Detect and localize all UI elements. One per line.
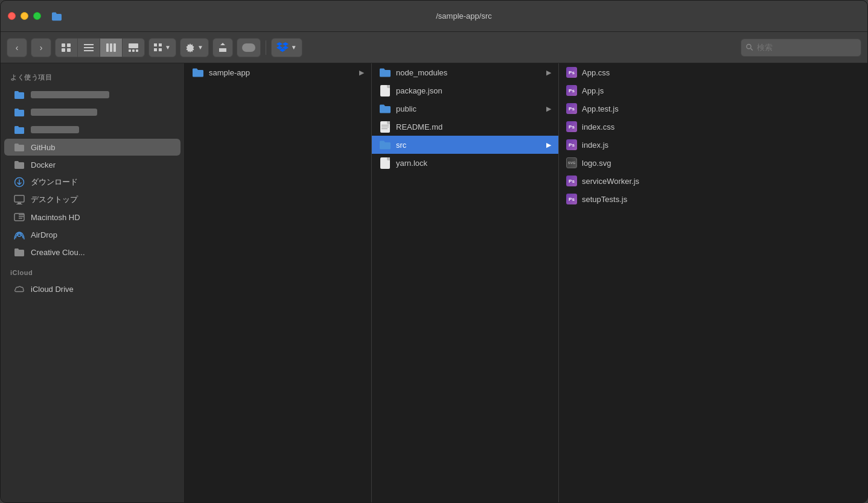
- folder-icon-3: [14, 124, 25, 135]
- view-gallery-button[interactable]: [123, 39, 144, 57]
- file-item-readme[interactable]: README.md: [372, 118, 558, 136]
- svg-rect-15: [159, 43, 162, 46]
- svg-rect-3: [67, 48, 71, 52]
- file-item-index-css[interactable]: Ps index.css: [559, 118, 867, 136]
- dropbox-button[interactable]: ▼: [271, 38, 302, 57]
- sidebar-item-airdrop-label: AirDrop: [31, 230, 171, 239]
- sidebar-item-downloads[interactable]: ダウンロード: [4, 174, 180, 191]
- finder-window: /sample-app/src ‹ ›: [0, 0, 868, 503]
- back-icon: ‹: [16, 43, 19, 52]
- file-item-logo-svg[interactable]: SVG logo.svg: [559, 154, 867, 172]
- main-content: よく使う項目: [1, 63, 867, 502]
- toolbar-separator: [266, 40, 266, 55]
- svg-rect-27: [14, 195, 24, 202]
- column-1: sample-app ▶: [185, 63, 372, 502]
- index-css-ps-icon: Ps: [566, 121, 577, 132]
- svg-rect-6: [84, 50, 94, 51]
- file-item-setup-tests-name: setupTests.js: [582, 195, 860, 204]
- package-json-icon: [379, 85, 391, 96]
- view-list-button[interactable]: [78, 39, 100, 57]
- svg-rect-17: [159, 48, 162, 51]
- sidebar-item-icloud-drive[interactable]: iCloud Drive: [4, 280, 180, 297]
- file-item-app-css-name: App.css: [582, 68, 860, 77]
- svg-rect-2: [62, 48, 65, 52]
- file-item-src[interactable]: src ▶: [372, 136, 558, 154]
- minimize-button[interactable]: [21, 12, 28, 20]
- file-item-src-name: src: [396, 141, 541, 150]
- file-item-sample-app-name: sample-app: [209, 68, 354, 77]
- action-button[interactable]: ▼: [180, 38, 209, 57]
- svg-line-25: [751, 48, 753, 50]
- sidebar-item-desktop[interactable]: デスクトップ: [4, 191, 180, 208]
- sidebar-item-docker[interactable]: Docker: [4, 156, 180, 173]
- svg-marker-19: [276, 42, 282, 46]
- folder-icon: [14, 89, 25, 100]
- sidebar-item-github[interactable]: GitHub: [4, 139, 180, 156]
- file-item-app-js-name: App.js: [582, 86, 860, 95]
- file-item-package-json[interactable]: package.json: [372, 81, 558, 100]
- sidebar-item-redacted-3[interactable]: [4, 121, 180, 138]
- sidebar-item-redacted-1[interactable]: [4, 86, 180, 103]
- app-test-js-ps-icon: Ps: [566, 103, 577, 114]
- svg-rect-8: [110, 43, 112, 52]
- file-item-node-modules[interactable]: node_modules ▶: [372, 63, 558, 81]
- search-input[interactable]: [757, 43, 856, 52]
- desktop-icon: [14, 194, 25, 205]
- traffic-lights: [8, 12, 41, 20]
- sidebar: よく使う項目: [1, 63, 185, 502]
- file-item-yarn-lock-name: yarn.lock: [396, 159, 551, 168]
- file-item-app-test-js[interactable]: Ps App.test.js: [559, 100, 867, 118]
- chevron-down-icon: ▼: [165, 44, 171, 51]
- sidebar-item-label-redacted-1: [31, 91, 109, 98]
- svg-rect-14: [154, 43, 157, 46]
- svg-rect-7: [106, 43, 109, 52]
- file-item-index-js-name: index.js: [582, 141, 860, 150]
- share-button[interactable]: [212, 38, 233, 57]
- sidebar-item-creative-cloud-label: Creative Clou...: [31, 248, 171, 257]
- column-3: Ps App.css Ps App.js Ps App.test.js Ps i…: [559, 63, 867, 502]
- file-item-node-modules-name: node_modules: [396, 68, 541, 77]
- file-item-setup-tests[interactable]: Ps setupTests.js: [559, 190, 867, 208]
- docker-folder-icon: [14, 159, 25, 170]
- yarn-lock-icon: [379, 157, 391, 168]
- gear-icon: [185, 43, 195, 52]
- fullscreen-button[interactable]: [33, 12, 41, 20]
- dropbox-icon: [276, 42, 289, 53]
- file-item-src-arrow: ▶: [546, 141, 551, 149]
- view-icon-button[interactable]: [56, 39, 78, 57]
- folder-icon-2: [14, 107, 25, 118]
- sidebar-item-redacted-2[interactable]: [4, 104, 180, 121]
- file-item-app-css[interactable]: Ps App.css: [559, 63, 867, 81]
- file-item-app-js[interactable]: Ps App.js: [559, 81, 867, 100]
- sidebar-item-macintosh-hd[interactable]: Macintosh HD: [4, 209, 180, 226]
- sidebar-item-creative-cloud[interactable]: Creative Clou...: [4, 244, 180, 261]
- forward-button[interactable]: ›: [31, 38, 51, 57]
- file-item-yarn-lock[interactable]: yarn.lock: [372, 154, 558, 172]
- gear-chevron-icon: ▼: [197, 44, 203, 51]
- search-bar[interactable]: [741, 39, 861, 57]
- sidebar-item-airdrop[interactable]: AirDrop: [4, 226, 180, 243]
- close-button[interactable]: [8, 12, 16, 20]
- file-item-service-worker[interactable]: Ps serviceWorker.js: [559, 172, 867, 190]
- file-item-sample-app[interactable]: sample-app ▶: [185, 63, 371, 81]
- svg-rect-9: [113, 43, 116, 52]
- file-browser: sample-app ▶ node_modules ▶: [185, 63, 867, 502]
- tag-icon: [242, 43, 255, 52]
- toolbar: ‹ ›: [1, 32, 867, 63]
- file-item-public[interactable]: public ▶: [372, 100, 558, 118]
- back-button[interactable]: ‹: [7, 38, 27, 57]
- svg-rect-0: [62, 43, 65, 47]
- sidebar-item-docker-label: Docker: [31, 160, 171, 169]
- column-icon: [106, 43, 116, 52]
- tag-button[interactable]: [237, 38, 261, 57]
- airdrop-icon: [14, 229, 25, 240]
- titlebar-path: /sample-app/src: [68, 11, 860, 21]
- group-button[interactable]: ▼: [148, 38, 176, 57]
- src-folder-icon: [379, 139, 391, 150]
- public-folder-icon: [379, 103, 391, 114]
- view-column-button[interactable]: [100, 39, 123, 57]
- svg-rect-13: [136, 49, 138, 52]
- node-modules-folder-icon: [379, 67, 391, 78]
- file-item-logo-svg-name: logo.svg: [582, 159, 860, 168]
- file-item-index-js[interactable]: Ps index.js: [559, 136, 867, 154]
